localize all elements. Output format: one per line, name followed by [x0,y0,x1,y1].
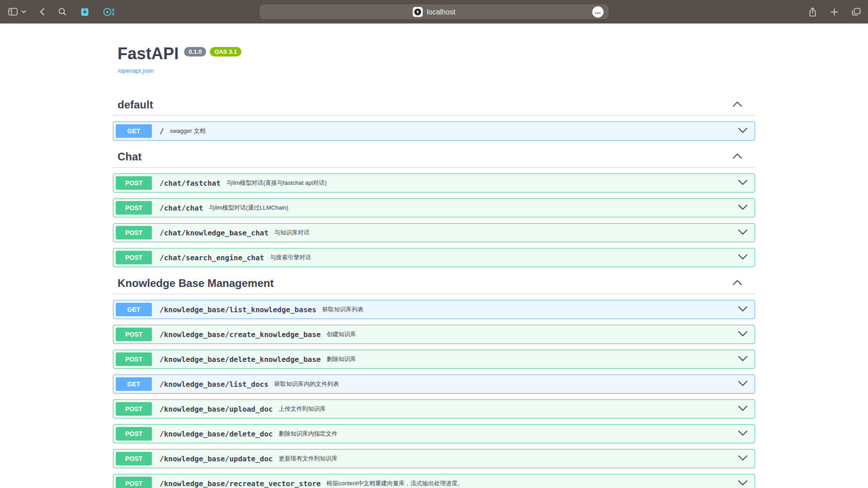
tab-overview-button[interactable] [852,8,861,16]
chevron-down-icon [738,480,748,487]
tab-overview-icon [852,8,861,16]
operation-summary: 删除知识库内指定文件 [278,430,337,438]
new-tab-icon [830,8,838,16]
tag-header[interactable]: Chat [113,146,755,168]
search-button[interactable] [58,8,66,16]
operation-path: /chat/knowledge_base_chat [160,229,269,237]
api-info: FastAPI 0.1.0 OAS 3.1 /openapi.json [113,23,755,75]
operation-row[interactable]: POST /chat/knowledge_base_chat 与知识库对话 [113,223,755,242]
expand-operation-button[interactable] [738,405,748,413]
operation-path: /knowledge_base/delete_doc [160,430,273,438]
page-settings-button[interactable] [592,6,604,18]
sidebar-menu-button[interactable] [21,10,26,14]
chevron-down-icon [738,127,748,135]
operation-summary: 与llm模型对话(直接与fastchat api对话) [226,179,327,187]
toolbar-right-group [808,0,861,23]
operation-summary: 创建知识库 [326,330,356,338]
expand-operation-button[interactable] [738,356,748,363]
chevron-up-icon [732,280,742,287]
expand-operation-button[interactable] [738,254,748,261]
sidebar-toggle-button[interactable] [8,8,18,16]
expand-operation-button[interactable] [738,204,748,211]
operation-row[interactable]: POST /chat/chat 与llm模型对话(通过LLMChain) [113,198,755,217]
method-badge: POST [116,328,152,341]
operation-path: /knowledge_base/list_docs [160,380,269,389]
operation-summary: 与搜索引擎对话 [270,253,311,262]
operation-path: /knowledge_base/update_doc [160,455,273,463]
chevron-down-icon [738,380,748,388]
new-tab-button[interactable] [830,8,838,16]
operation-row[interactable]: POST /knowledge_base/create_knowledge_ba… [113,325,755,344]
operation-row[interactable]: POST /knowledge_base/update_doc 更新现有文件到知… [113,449,755,468]
toolbar-left-group [8,7,114,17]
operation-summary: 与知识库对话 [274,229,310,237]
operation-summary: 根据content中文档重建向量库，流式输出处理进度。 [326,479,463,488]
page-title: FastAPI [118,44,179,63]
operation-row[interactable]: GET / swagger 文档 [113,122,755,141]
chevron-down-icon [738,204,748,211]
operation-summary: 与llm模型对话(通过LLMChain) [209,204,288,212]
back-button[interactable] [40,8,45,16]
address-bar[interactable]: localhost [259,5,609,19]
expand-operation-button[interactable] [738,331,748,338]
operation-row[interactable]: POST /chat/fastchat 与llm模型对话(直接与fastchat… [113,174,755,192]
extension-rings-button[interactable] [103,7,114,17]
operation-row[interactable]: POST /knowledge_base/upload_doc 上传文件到知识库 [113,399,755,418]
method-badge: POST [116,352,152,366]
expand-operation-button[interactable] [738,380,748,388]
chevron-down-icon [738,405,748,413]
oas-badge: OAS 3.1 [210,47,241,56]
chevron-down-icon [21,10,26,14]
operation-path: /chat/chat [160,204,203,212]
site-favicon-bolt-icon [413,7,423,17]
browser-toolbar: localhost [0,0,868,23]
chevron-down-icon [738,356,748,363]
operation-row[interactable]: POST /chat/search_engine_chat 与搜索引擎对话 [113,248,755,267]
tag-header[interactable]: default [113,94,755,116]
method-badge: POST [116,226,152,239]
tag-header[interactable]: Knowledge Base Management [113,273,755,294]
url-text: localhost [427,8,455,16]
share-button[interactable] [808,7,817,17]
operation-path: /knowledge_base/recreate_vector_store [160,479,321,488]
expand-operation-button[interactable] [738,480,748,487]
tag-title: Chat [118,150,142,163]
method-badge: POST [116,402,152,416]
version-badge: 0.1.0 [184,47,206,56]
tag-section: default GET / swagger 文档 [113,94,755,141]
operation-path: /chat/search_engine_chat [160,253,264,262]
method-badge: POST [116,251,152,264]
chevron-down-icon [738,331,748,338]
tag-title: Knowledge Base Management [118,277,274,290]
collapse-section-button[interactable] [732,101,742,108]
operation-row[interactable]: POST /knowledge_base/recreate_vector_sto… [113,474,755,488]
operation-row[interactable]: GET /knowledge_base/list_docs 获取知识库内的文件列… [113,375,755,394]
operation-row[interactable]: GET /knowledge_base/list_knowledge_bases… [113,300,755,319]
expand-operation-button[interactable] [738,179,748,187]
chevron-down-icon [738,430,748,437]
collapse-section-button[interactable] [732,153,742,160]
expand-operation-button[interactable] [738,430,748,437]
operation-path: /knowledge_base/create_knowledge_base [160,330,321,339]
operation-path: /knowledge_base/delete_knowledge_base [160,355,321,364]
expand-operation-button[interactable] [738,455,748,462]
method-badge: GET [116,303,152,316]
operation-row[interactable]: POST /knowledge_base/delete_doc 删除知识库内指定… [113,424,755,443]
expand-operation-button[interactable] [738,306,748,313]
openapi-spec-link[interactable]: /openapi.json [118,67,154,74]
operation-path: /knowledge_base/upload_doc [160,405,273,413]
chevron-down-icon [738,254,748,261]
extension-download-button[interactable] [80,7,90,17]
back-icon [40,8,45,16]
chevron-down-icon [738,179,748,187]
expand-operation-button[interactable] [738,127,748,135]
operation-path: /chat/fastchat [160,179,221,188]
expand-operation-button[interactable] [738,229,748,236]
collapse-section-button[interactable] [732,280,742,287]
method-badge: GET [116,377,152,391]
page-settings-ellipsis-icon [595,9,601,15]
operation-row[interactable]: POST /knowledge_base/delete_knowledge_ba… [113,350,755,369]
method-badge: POST [116,452,152,465]
tag-section: Knowledge Base Management GET /knowledge… [113,273,755,488]
search-icon [58,8,66,16]
